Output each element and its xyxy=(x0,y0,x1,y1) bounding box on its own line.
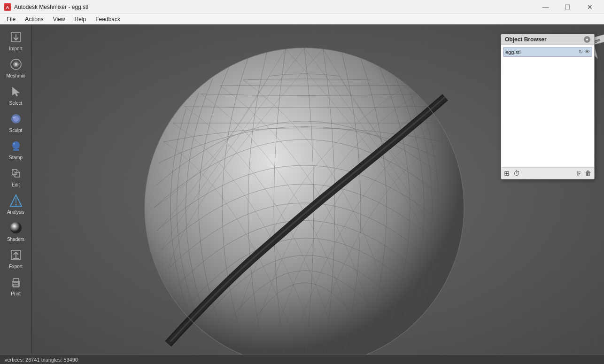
svg-line-17 xyxy=(17,170,20,172)
svg-point-11 xyxy=(12,141,20,149)
object-item-icons: ↻ 👁 xyxy=(579,49,590,55)
import-icon xyxy=(8,29,24,46)
close-button[interactable]: ✕ xyxy=(579,0,600,14)
shaders-icon xyxy=(8,219,24,236)
object-browser-footer: ⊞ ⏱ ⎘ 🗑 xyxy=(501,167,594,179)
object-item-eye-icon[interactable]: 👁 xyxy=(585,49,590,55)
sidebar-item-print[interactable]: Print xyxy=(1,272,31,298)
menu-item-feedback[interactable]: Feedback xyxy=(91,14,125,24)
menu-item-view[interactable]: View xyxy=(48,14,70,24)
viewport[interactable]: TOP Object Browser ● egg.stl ↻ 👁 ⊞ xyxy=(32,24,604,355)
svg-rect-15 xyxy=(15,172,20,177)
sidebar-item-shaders[interactable]: Shaders xyxy=(1,217,31,244)
analysis-label: Analysis xyxy=(7,209,24,215)
object-browser-titlebar: Object Browser ● xyxy=(501,34,594,45)
svg-line-16 xyxy=(12,170,15,172)
titlebar-controls: — ☐ ✕ xyxy=(535,0,600,14)
object-item-name: egg.stl xyxy=(505,49,520,55)
titlebar-left: A Autodesk Meshmixer - egg.stl xyxy=(4,3,88,11)
main-layout: Import Meshmix Select xyxy=(0,24,604,355)
sidebar-item-export[interactable]: Export xyxy=(1,245,31,271)
svg-point-22 xyxy=(10,222,22,233)
app-title: Autodesk Meshmixer - egg.stl xyxy=(14,4,88,10)
sidebar-item-edit[interactable]: Edit xyxy=(1,163,31,189)
print-label: Print xyxy=(11,291,21,296)
sculpt-icon xyxy=(8,110,24,127)
object-item-refresh-icon[interactable]: ↻ xyxy=(579,49,583,55)
meshmix-icon xyxy=(8,56,24,73)
statusbar: vertices: 26741 triangles: 53490 xyxy=(0,355,604,364)
svg-text:A: A xyxy=(6,5,9,10)
object-browser-content: egg.stl ↻ 👁 xyxy=(501,45,594,167)
titlebar: A Autodesk Meshmixer - egg.stl — ☐ ✕ xyxy=(0,0,604,14)
meshmix-label: Meshmix xyxy=(6,73,25,78)
svg-rect-27 xyxy=(13,279,19,282)
print-icon xyxy=(8,274,24,291)
analysis-icon xyxy=(8,192,24,209)
svg-rect-28 xyxy=(13,284,19,287)
import-label: Import xyxy=(9,46,22,51)
object-footer-delete-icon[interactable]: 🗑 xyxy=(585,170,591,177)
sidebar-item-select[interactable]: Select xyxy=(1,81,31,108)
svg-point-29 xyxy=(18,283,19,284)
status-text: vertices: 26741 triangles: 53490 xyxy=(5,357,78,363)
object-browser-close-button[interactable]: ● xyxy=(584,36,590,43)
svg-point-6 xyxy=(15,63,17,66)
object-browser-panel: Object Browser ● egg.stl ↻ 👁 ⊞ ⏱ ⎘ 🗑 xyxy=(501,34,595,179)
sidebar-item-analysis[interactable]: Analysis xyxy=(1,190,31,217)
shaders-label: Shaders xyxy=(7,237,24,242)
svg-point-10 xyxy=(13,116,15,118)
export-label: Export xyxy=(9,264,23,269)
svg-marker-7 xyxy=(12,87,20,96)
select-icon xyxy=(8,83,24,100)
sidebar: Import Meshmix Select xyxy=(0,24,32,355)
object-footer-add-icon[interactable]: ⊞ xyxy=(504,170,510,177)
menu-item-file[interactable]: File xyxy=(2,14,20,24)
edit-icon xyxy=(8,165,24,182)
svg-line-18 xyxy=(12,174,15,177)
maximize-button[interactable]: ☐ xyxy=(557,0,578,14)
object-footer-duplicate-icon[interactable]: ⎘ xyxy=(577,170,581,177)
sidebar-item-import[interactable]: Import xyxy=(1,27,31,53)
app-icon: A xyxy=(4,3,11,11)
menubar: FileActionsViewHelpFeedback xyxy=(0,14,604,24)
svg-point-13 xyxy=(13,143,15,145)
svg-point-21 xyxy=(15,204,16,206)
menu-item-actions[interactable]: Actions xyxy=(20,14,48,24)
menu-item-help[interactable]: Help xyxy=(70,14,91,24)
select-label: Select xyxy=(9,101,23,106)
edit-label: Edit xyxy=(12,182,20,187)
sidebar-item-stamp[interactable]: Stamp xyxy=(1,136,31,162)
sidebar-item-sculpt[interactable]: Sculpt xyxy=(1,108,31,135)
object-browser-title: Object Browser xyxy=(505,36,547,43)
svg-rect-12 xyxy=(13,149,19,151)
minimize-button[interactable]: — xyxy=(535,0,556,14)
export-icon xyxy=(8,247,24,263)
sidebar-item-meshmix[interactable]: Meshmix xyxy=(1,54,31,80)
sculpt-label: Sculpt xyxy=(9,128,23,133)
object-browser-item[interactable]: egg.stl ↻ 👁 xyxy=(503,47,592,57)
object-footer-time-icon[interactable]: ⏱ xyxy=(513,170,520,177)
stamp-icon xyxy=(8,138,24,155)
stamp-label: Stamp xyxy=(9,155,23,160)
